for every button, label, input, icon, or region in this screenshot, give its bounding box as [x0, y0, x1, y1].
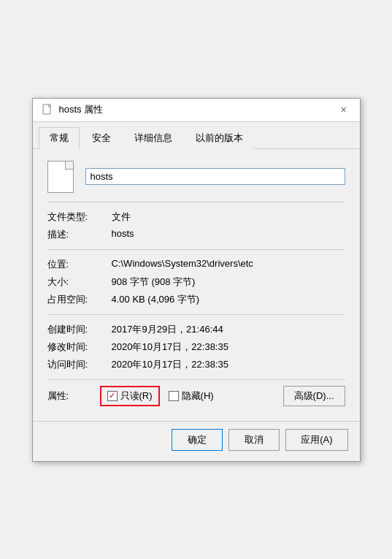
created-value: 2017年9月29日，21:46:44: [106, 321, 345, 338]
file-type-label: 文件类型:: [47, 208, 106, 226]
divider-3: [47, 314, 345, 315]
table-row: 描述: hosts: [47, 226, 345, 243]
table-row: 创建时间: 2017年9月29日，21:46:44: [47, 321, 345, 338]
table-row: 位置: C:\Windows\System32\drivers\etc: [47, 256, 345, 273]
cancel-button[interactable]: 取消: [228, 429, 280, 451]
size-label: 大小:: [47, 273, 106, 291]
title-bar-left: hosts 属性: [42, 103, 104, 116]
title-icon: [42, 104, 53, 115]
description-value: hosts: [106, 226, 345, 243]
divider-4: [47, 379, 345, 380]
table-row: 访问时间: 2020年10月17日，22:38:35: [47, 356, 345, 373]
tab-details[interactable]: 详细信息: [123, 127, 183, 149]
hidden-checkbox[interactable]: [169, 391, 179, 401]
modified-label: 修改时间:: [47, 338, 106, 356]
file-icon: [47, 161, 74, 193]
properties-dialog: hosts 属性 × 常规 安全 详细信息 以前的版本 文件类型: 文件 描述:…: [32, 98, 361, 462]
attributes-label: 属性:: [47, 389, 91, 403]
readonly-checkbox-container[interactable]: ✓ 只读(R): [100, 386, 160, 406]
hidden-checkbox-container[interactable]: 隐藏(H): [169, 389, 214, 403]
file-header: [47, 161, 345, 193]
apply-button[interactable]: 应用(A): [285, 429, 347, 451]
time-table: 创建时间: 2017年9月29日，21:46:44 修改时间: 2020年10月…: [47, 321, 345, 373]
occupied-value: 4.00 KB (4,096 字节): [106, 291, 345, 308]
file-name-input[interactable]: [85, 168, 345, 185]
tab-general[interactable]: 常规: [39, 127, 80, 149]
table-row: 占用空间: 4.00 KB (4,096 字节): [47, 291, 345, 308]
accessed-value: 2020年10月17日，22:38:35: [106, 356, 345, 373]
readonly-checkbox[interactable]: ✓: [107, 391, 118, 401]
title-bar: hosts 属性 ×: [33, 99, 360, 122]
divider-1: [47, 202, 345, 202]
location-label: 位置:: [47, 256, 106, 273]
size-value: 908 字节 (908 字节): [106, 273, 345, 291]
accessed-label: 访问时间:: [47, 356, 106, 373]
tab-content: 文件类型: 文件 描述: hosts 位置: C:\Windows\System…: [33, 149, 360, 415]
table-row: 大小: 908 字节 (908 字节): [47, 273, 345, 291]
table-row: 修改时间: 2020年10月17日，22:38:35: [47, 338, 345, 356]
occupied-label: 占用空间:: [47, 291, 106, 308]
footer: 确定 取消 应用(A): [33, 421, 360, 461]
readonly-label: 只读(R): [120, 389, 153, 403]
tab-bar: 常规 安全 详细信息 以前的版本: [33, 122, 360, 149]
tab-previous-versions[interactable]: 以前的版本: [185, 127, 254, 149]
location-table: 位置: C:\Windows\System32\drivers\etc 大小: …: [47, 256, 345, 308]
description-label: 描述:: [47, 226, 106, 243]
hidden-label: 隐藏(H): [182, 389, 214, 403]
file-type-value: 文件: [106, 208, 345, 226]
location-value: C:\Windows\System32\drivers\etc: [106, 256, 345, 273]
divider-2: [47, 249, 345, 250]
type-desc-table: 文件类型: 文件 描述: hosts: [47, 208, 345, 243]
dialog-title: hosts 属性: [59, 103, 104, 116]
modified-value: 2020年10月17日，22:38:35: [106, 338, 345, 356]
advanced-button[interactable]: 高级(D)...: [283, 386, 345, 406]
created-label: 创建时间:: [47, 321, 106, 338]
attributes-row: 属性: ✓ 只读(R) 隐藏(H) 高级(D)...: [47, 386, 345, 406]
tab-security[interactable]: 安全: [81, 127, 122, 149]
table-row: 文件类型: 文件: [47, 208, 345, 226]
close-button[interactable]: ×: [337, 102, 351, 117]
ok-button[interactable]: 确定: [172, 429, 223, 451]
